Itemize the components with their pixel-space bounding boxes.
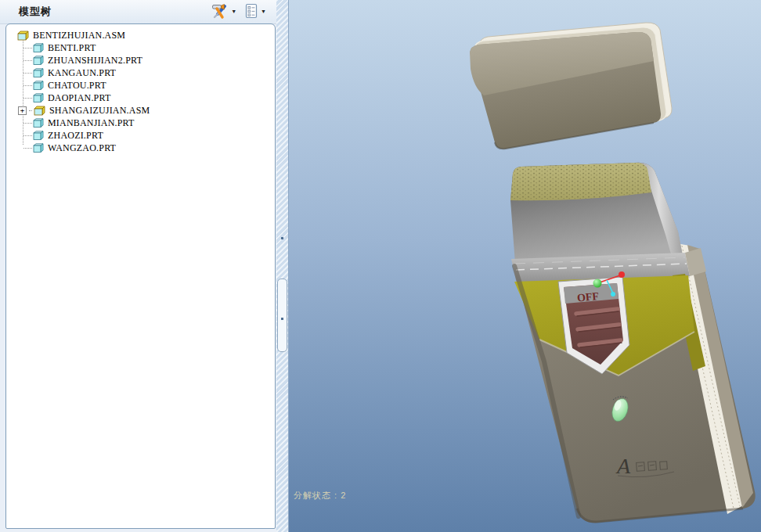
tree-item-label: WANGZAO.PRT — [48, 142, 116, 154]
tree-item[interactable]: BENTI.PRT — [6, 41, 275, 54]
model-tree: BENTIZHUJIAN.ASM BENTI.PRT — [6, 24, 275, 154]
part-icon — [33, 93, 44, 102]
part-icon — [33, 118, 44, 128]
tree-item-label: KANGAUN.PRT — [48, 67, 116, 79]
shaver-3d-model: OFF — [289, 0, 761, 532]
splitter-dot — [281, 318, 283, 320]
tree-item-label: BENTIZHUJIAN.ASM — [33, 30, 125, 41]
tree-item-label: ZHUANSHIJIAN2.PRT — [48, 55, 142, 66]
part-icon — [33, 43, 44, 52]
expand-plus-icon[interactable]: + — [18, 106, 27, 115]
tree-item-label: CHATOU.PRT — [48, 80, 106, 92]
dropdown-arrow-icon[interactable]: ▼ — [231, 8, 236, 16]
tree-item[interactable]: MIANBANJIAN.PRT — [6, 117, 275, 129]
tree-filters-button[interactable]: ▼ — [209, 2, 239, 21]
logo-letter: A — [615, 454, 631, 478]
tree-item[interactable]: ZHUANSHIJIAN2.PRT — [6, 54, 275, 66]
part-icon — [33, 143, 44, 153]
dropdown-arrow-icon[interactable]: ▼ — [261, 8, 266, 16]
tree-connector — [23, 85, 32, 86]
tree-connector — [23, 73, 32, 74]
graphics-viewport[interactable]: OFF — [288, 0, 761, 532]
part-icon — [33, 131, 44, 140]
switch-label: OFF — [576, 290, 599, 304]
assembly-icon — [33, 106, 45, 116]
tree-connector — [23, 48, 32, 49]
tree-settings-button[interactable]: ▼ — [242, 2, 269, 21]
tree-toolbar: ▼ ▼ — [209, 2, 269, 21]
splitter-dot — [281, 237, 283, 239]
tree-connector — [23, 123, 32, 124]
splitter-handle[interactable] — [277, 279, 287, 352]
assembly-icon — [16, 31, 29, 41]
part-icon — [33, 81, 44, 90]
tree-connector — [23, 98, 32, 99]
tree-item[interactable]: KANGAUN.PRT — [6, 66, 275, 79]
tree-item-root[interactable]: BENTIZHUJIAN.ASM — [6, 29, 275, 41]
tree-item[interactable]: WANGZAO.PRT — [6, 142, 275, 154]
tree-connector — [23, 148, 32, 149]
model-tree-header: 模型树 ▼ — [0, 0, 276, 24]
shaver-foil — [510, 163, 651, 200]
tree-item[interactable]: CHATOU.PRT — [6, 79, 275, 92]
tree-item[interactable]: ZHAOZI.PRT — [6, 129, 275, 142]
tree-display-settings-icon — [244, 3, 258, 20]
tools-icon — [211, 3, 229, 20]
panel-title: 模型树 — [19, 5, 52, 19]
tree-item-label: MIANBANJIAN.PRT — [48, 117, 135, 129]
tree-connector — [23, 60, 32, 61]
explode-state-status: 分解状态 : 2 — [294, 490, 346, 501]
model-tree-panel: BENTIZHUJIAN.ASM BENTI.PRT — [5, 23, 276, 529]
tree-item-label: ZHAOZI.PRT — [48, 130, 103, 142]
tree-item-label: DAOPIAN.PRT — [48, 92, 111, 104]
shaver-cap-part[interactable] — [470, 23, 672, 149]
tree-item[interactable]: DAOPIAN.PRT — [6, 92, 275, 104]
part-icon — [33, 56, 44, 65]
part-icon — [33, 68, 44, 77]
tree-connector — [23, 135, 32, 136]
tree-item-subassembly[interactable]: + SHANGAIZUJIAN.ASM — [6, 104, 275, 117]
panel-splitter[interactable] — [276, 0, 288, 532]
tree-item-label: BENTI.PRT — [48, 42, 96, 54]
shaver-body-part[interactable]: OFF — [510, 163, 756, 523]
tree-item-label: SHANGAIZUJIAN.ASM — [49, 105, 150, 117]
tree-connector — [29, 110, 32, 111]
